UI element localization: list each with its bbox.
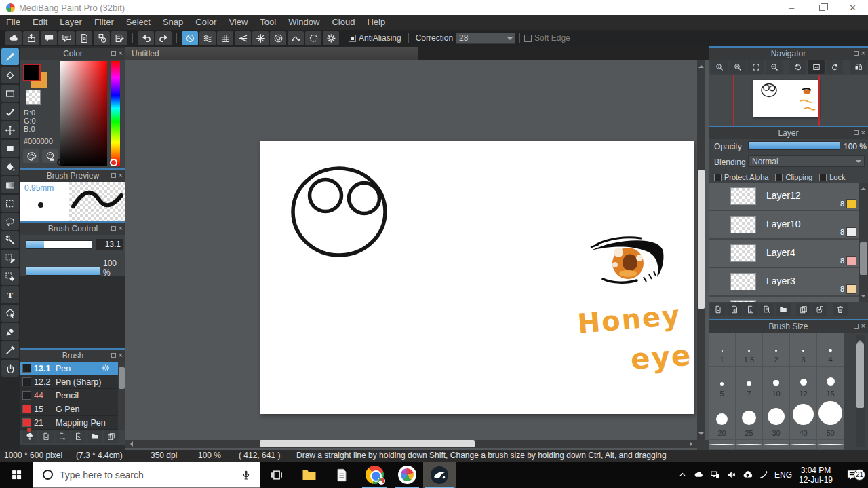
menu-window[interactable]: Window bbox=[282, 15, 326, 30]
snap-curve-button[interactable] bbox=[288, 31, 304, 45]
brush-preview-header[interactable]: Brush Preview × bbox=[20, 170, 125, 182]
popout-icon[interactable] bbox=[111, 353, 116, 358]
onedrive-tray-button[interactable] bbox=[690, 470, 707, 480]
close-icon[interactable]: × bbox=[119, 50, 123, 56]
brush-control-header[interactable]: Brush Control × bbox=[20, 223, 125, 235]
new-8bit-layer-button[interactable] bbox=[727, 303, 742, 316]
brush-size-slider[interactable] bbox=[26, 240, 92, 249]
brush-size-partial[interactable] bbox=[817, 440, 844, 450]
brush-item-pen-sharp-[interactable]: 12.2Pen (Sharp) bbox=[20, 375, 118, 389]
brush-panel-header[interactable]: Brush × bbox=[20, 350, 125, 362]
color-panel-header[interactable]: Color × bbox=[20, 48, 125, 60]
snap-parallel-button[interactable] bbox=[199, 31, 216, 45]
tool-select-eraser[interactable] bbox=[1, 268, 19, 285]
brush-size-50[interactable]: 50 bbox=[817, 400, 844, 440]
protect-alpha-checkbox[interactable]: Protect Alpha bbox=[714, 172, 768, 183]
tray-expand-button[interactable] bbox=[674, 470, 690, 480]
opacity-slider[interactable] bbox=[748, 141, 840, 150]
brush-duplicate-button[interactable] bbox=[104, 430, 119, 443]
brush-size-20[interactable]: 20 bbox=[709, 400, 736, 440]
nav-reset-view-button[interactable] bbox=[808, 60, 825, 74]
tool-hand[interactable] bbox=[1, 360, 19, 377]
tool-bucket[interactable] bbox=[1, 158, 19, 175]
add-layer-dropdown-button[interactable] bbox=[760, 303, 774, 316]
undo-button[interactable] bbox=[138, 31, 154, 45]
hue-cursor[interactable] bbox=[110, 159, 117, 166]
menu-tool[interactable]: Tool bbox=[254, 15, 282, 30]
menu-cloud[interactable]: Cloud bbox=[326, 15, 361, 30]
nav-fit-button[interactable] bbox=[747, 60, 764, 74]
tool-text[interactable] bbox=[1, 286, 19, 303]
taskbar-search[interactable] bbox=[33, 462, 260, 488]
tool-fill-shape[interactable] bbox=[1, 140, 19, 157]
export-button[interactable] bbox=[23, 31, 39, 45]
restore-button[interactable] bbox=[807, 0, 837, 15]
tool-magic-wand[interactable] bbox=[1, 231, 19, 248]
layer-color-chip[interactable] bbox=[846, 227, 856, 237]
menu-filter[interactable]: Filter bbox=[88, 15, 120, 30]
hue-slider[interactable] bbox=[111, 61, 120, 166]
document-button[interactable] bbox=[76, 31, 92, 45]
tool-operation-pen[interactable] bbox=[1, 323, 19, 340]
snap-grid-button[interactable] bbox=[217, 31, 233, 45]
duplicate-layer-button[interactable] bbox=[796, 303, 811, 316]
popout-icon[interactable] bbox=[111, 51, 116, 56]
close-icon[interactable]: × bbox=[119, 352, 123, 358]
tool-control-pen[interactable] bbox=[1, 103, 19, 120]
brush-size-5[interactable]: 5 bbox=[709, 367, 736, 400]
layer-row-layer3[interactable]: Layer38 bbox=[709, 268, 859, 295]
medibang-paint-active-button[interactable] bbox=[423, 462, 456, 488]
close-icon[interactable]: × bbox=[861, 323, 865, 329]
new-1bit-layer-button[interactable] bbox=[743, 303, 758, 316]
tool-point-select[interactable] bbox=[1, 305, 19, 322]
clock[interactable]: 3:04 PM 12-Jul-19 bbox=[795, 466, 837, 485]
brush-size-3[interactable]: 3 bbox=[790, 333, 817, 367]
snap-concentric-button[interactable] bbox=[270, 31, 286, 45]
cloud-button[interactable] bbox=[5, 31, 22, 45]
chrome-button[interactable] bbox=[358, 462, 391, 488]
action-center-button[interactable]: 21 bbox=[837, 468, 868, 482]
close-icon[interactable]: × bbox=[861, 50, 865, 56]
popout-icon[interactable] bbox=[854, 130, 859, 135]
brush-size-40[interactable]: 40 bbox=[790, 400, 817, 440]
brush-size-15[interactable]: 15 bbox=[817, 367, 844, 400]
task-view-button[interactable] bbox=[260, 462, 293, 488]
brush-script-button[interactable] bbox=[71, 430, 86, 443]
sv-cursor[interactable] bbox=[57, 159, 64, 166]
menu-select[interactable]: Select bbox=[120, 15, 157, 30]
network-tray-button[interactable] bbox=[707, 470, 723, 480]
nav-rotate-ccw-button[interactable] bbox=[789, 60, 806, 74]
edit-list-button[interactable] bbox=[111, 31, 127, 45]
tool-move[interactable] bbox=[1, 121, 19, 138]
chat-button[interactable] bbox=[41, 31, 57, 45]
foreground-color-swatch[interactable] bbox=[23, 64, 41, 81]
nav-zoom-100-button[interactable] bbox=[711, 60, 728, 74]
tool-select-rect[interactable] bbox=[1, 195, 19, 212]
popout-icon[interactable] bbox=[854, 324, 859, 329]
brush-settings-gear-icon[interactable] bbox=[102, 364, 110, 372]
brush-size-2[interactable]: 2 bbox=[763, 333, 790, 367]
blending-dropdown[interactable]: Normal bbox=[748, 155, 865, 167]
brush-size-scrollbar[interactable] bbox=[856, 335, 865, 447]
brush-opacity-slider[interactable] bbox=[26, 267, 100, 276]
canvas-vscrollbar[interactable] bbox=[697, 60, 705, 440]
start-button[interactable] bbox=[0, 462, 33, 488]
tool-brush[interactable] bbox=[1, 48, 19, 65]
history-button[interactable] bbox=[94, 31, 110, 45]
correction-dropdown[interactable]: 28 bbox=[456, 33, 515, 44]
merge-layer-button[interactable] bbox=[812, 303, 827, 316]
brush-size-partial[interactable] bbox=[736, 440, 763, 450]
popout-icon[interactable] bbox=[111, 226, 116, 231]
antialiasing-checkbox[interactable] bbox=[349, 35, 356, 42]
popout-icon[interactable] bbox=[111, 173, 116, 178]
brush-size-1[interactable]: 1 bbox=[709, 333, 736, 367]
brush-size-7[interactable]: 7 bbox=[736, 367, 763, 400]
layer-color-chip[interactable] bbox=[846, 199, 856, 208]
tool-eraser[interactable] bbox=[1, 67, 19, 83]
nav-rotate-cw-button[interactable] bbox=[826, 60, 843, 74]
snap-settings-button[interactable] bbox=[323, 31, 339, 45]
comment-button[interactable] bbox=[58, 31, 75, 45]
nav-flip-button[interactable] bbox=[850, 60, 867, 74]
close-icon[interactable]: × bbox=[119, 172, 123, 179]
popout-icon[interactable] bbox=[854, 51, 859, 56]
